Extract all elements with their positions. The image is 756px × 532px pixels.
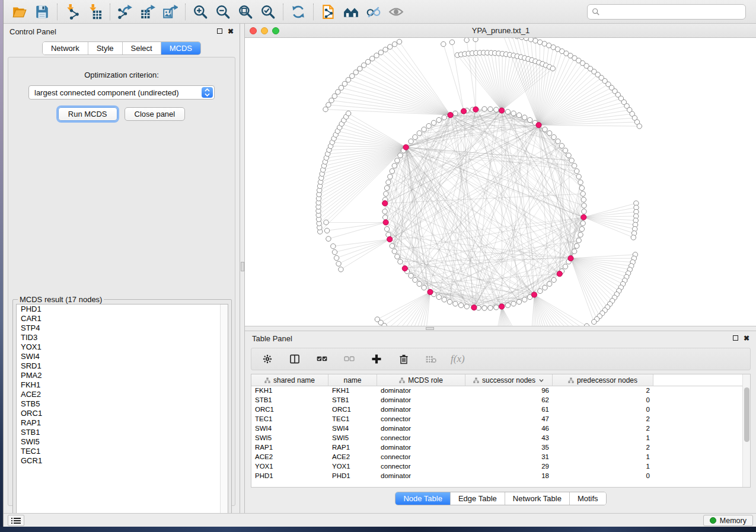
run-mcds-button[interactable]: Run MCDS bbox=[58, 107, 117, 121]
leaf-node[interactable] bbox=[388, 44, 393, 49]
cell-shared-name[interactable]: ORC1 bbox=[251, 405, 328, 415]
table-row[interactable]: STB1STB1dominator620 bbox=[251, 396, 750, 405]
leaf-node[interactable] bbox=[329, 98, 334, 102]
table-scrollbar[interactable] bbox=[742, 374, 750, 487]
cell-name[interactable]: TEC1 bbox=[328, 415, 377, 424]
cell-name[interactable]: ORC1 bbox=[328, 405, 377, 415]
leaf-node[interactable] bbox=[336, 89, 340, 94]
ring-node[interactable] bbox=[436, 117, 441, 122]
cell-name[interactable]: STB1 bbox=[328, 396, 377, 405]
ring-node[interactable] bbox=[547, 131, 551, 136]
mcds-result-item[interactable]: CAR1 bbox=[17, 314, 228, 323]
ring-node[interactable] bbox=[522, 297, 527, 302]
mcds-hub-node[interactable] bbox=[471, 305, 477, 310]
cell-successor-nodes[interactable]: 35 bbox=[465, 443, 553, 453]
leaf-node[interactable] bbox=[361, 63, 366, 68]
leaf-node[interactable] bbox=[331, 243, 336, 248]
ring-node[interactable] bbox=[442, 115, 446, 120]
ring-node[interactable] bbox=[386, 180, 391, 185]
ring-node[interactable] bbox=[464, 304, 469, 309]
mcds-result-item[interactable]: GCR1 bbox=[17, 456, 228, 466]
table-row[interactable]: RAP1RAP1dominator352 bbox=[251, 443, 750, 453]
ring-node[interactable] bbox=[390, 169, 394, 174]
mcds-result-item[interactable]: ORC1 bbox=[17, 409, 228, 418]
add-column-icon[interactable] bbox=[369, 351, 384, 367]
tab-style[interactable]: Style bbox=[88, 42, 122, 55]
cell-predecessor-nodes[interactable]: 2 bbox=[553, 443, 653, 453]
leaf-node[interactable] bbox=[353, 70, 358, 75]
table-row[interactable]: TEC1TEC1connector472 bbox=[251, 415, 750, 424]
leaf-node[interactable] bbox=[392, 41, 397, 46]
ring-node[interactable] bbox=[382, 209, 387, 214]
ring-node[interactable] bbox=[392, 249, 397, 254]
cell-name[interactable]: SWI5 bbox=[328, 434, 377, 443]
horizontal-splitter-grip[interactable] bbox=[426, 327, 434, 330]
ring-node[interactable] bbox=[382, 215, 387, 220]
ring-node[interactable] bbox=[398, 259, 403, 264]
column-header-MCDS-role[interactable]: MCDS role bbox=[377, 374, 465, 386]
mcds-hub-node[interactable] bbox=[382, 201, 388, 206]
save-session-icon[interactable] bbox=[31, 2, 53, 22]
mcds-result-item[interactable]: TEC1 bbox=[17, 447, 228, 456]
ring-node[interactable] bbox=[458, 303, 463, 307]
leaf-node[interactable] bbox=[375, 317, 379, 322]
network-view-titlebar[interactable]: YPA_prune.txt_1 bbox=[245, 24, 756, 38]
leaf-node[interactable] bbox=[533, 39, 538, 43]
ring-node[interactable] bbox=[422, 285, 426, 290]
ring-node[interactable] bbox=[579, 185, 584, 190]
ring-node[interactable] bbox=[563, 148, 567, 153]
ring-node[interactable] bbox=[572, 164, 576, 168]
table-row[interactable]: ORC1ORC1dominator610 bbox=[251, 405, 750, 415]
ring-node[interactable] bbox=[426, 123, 431, 128]
leaf-node[interactable] bbox=[358, 66, 362, 71]
cell-MCDS-role[interactable]: dominator bbox=[377, 472, 465, 481]
mcds-result-item[interactable]: STB1 bbox=[17, 428, 228, 437]
leaf-node[interactable] bbox=[519, 38, 524, 40]
ring-node[interactable] bbox=[442, 297, 446, 302]
leaf-node[interactable] bbox=[370, 56, 375, 61]
network-canvas[interactable] bbox=[245, 38, 756, 326]
cell-MCDS-role[interactable]: connector bbox=[377, 462, 465, 472]
mcds-result-item[interactable]: STB5 bbox=[17, 399, 228, 409]
close-table-panel-icon[interactable]: ✖ bbox=[744, 335, 749, 342]
cell-shared-name[interactable]: FKH1 bbox=[251, 386, 328, 396]
show-checked-columns-icon[interactable] bbox=[314, 351, 330, 367]
ring-node[interactable] bbox=[543, 285, 547, 290]
leaf-node[interactable] bbox=[441, 41, 446, 46]
ring-node[interactable] bbox=[505, 110, 510, 114]
ring-node[interactable] bbox=[482, 306, 487, 310]
leaf-node[interactable] bbox=[326, 102, 331, 107]
tab-network[interactable]: Network bbox=[43, 42, 88, 55]
cell-predecessor-nodes[interactable]: 0 bbox=[553, 472, 653, 481]
cell-name[interactable]: YOX1 bbox=[328, 462, 377, 472]
leaf-node[interactable] bbox=[324, 228, 329, 233]
leaf-node[interactable] bbox=[365, 59, 370, 64]
ring-node[interactable] bbox=[395, 158, 400, 163]
mcds-result-item[interactable]: ACE2 bbox=[17, 390, 228, 399]
ring-node[interactable] bbox=[556, 139, 560, 143]
leaf-node[interactable] bbox=[473, 38, 478, 42]
ring-node[interactable] bbox=[581, 197, 586, 202]
float-table-panel-icon[interactable] bbox=[733, 335, 738, 342]
leaf-node[interactable] bbox=[383, 47, 388, 52]
ring-node[interactable] bbox=[543, 127, 547, 132]
cell-successor-nodes[interactable]: 62 bbox=[465, 396, 553, 405]
cell-name[interactable]: ACE2 bbox=[328, 453, 377, 462]
mcds-hub-node[interactable] bbox=[448, 113, 453, 118]
cell-successor-nodes[interactable]: 61 bbox=[465, 405, 553, 415]
leaf-node[interactable] bbox=[346, 111, 350, 116]
cell-successor-nodes[interactable]: 96 bbox=[465, 386, 553, 396]
search-box[interactable] bbox=[587, 4, 746, 20]
ring-node[interactable] bbox=[384, 191, 388, 196]
export-network-icon[interactable] bbox=[114, 2, 136, 22]
cell-name[interactable]: PHD1 bbox=[328, 472, 377, 481]
mcds-hub-node[interactable] bbox=[581, 214, 586, 220]
ring-node[interactable] bbox=[522, 115, 527, 120]
ring-node[interactable] bbox=[453, 111, 458, 116]
zoom-out-icon[interactable] bbox=[212, 2, 234, 22]
leaf-node[interactable] bbox=[397, 39, 401, 44]
cell-successor-nodes[interactable]: 31 bbox=[465, 453, 553, 462]
ring-node[interactable] bbox=[563, 264, 567, 269]
ring-node[interactable] bbox=[578, 180, 583, 185]
leaf-node[interactable] bbox=[449, 40, 454, 44]
